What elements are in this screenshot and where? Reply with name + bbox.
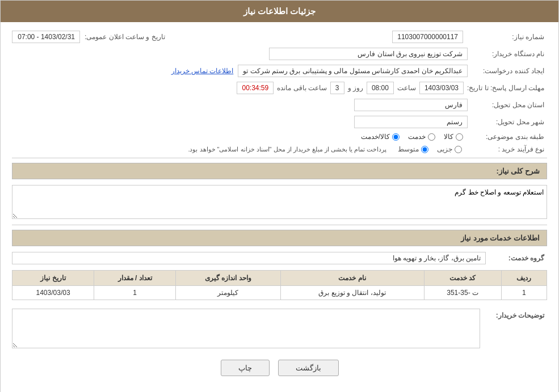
sharh-textarea[interactable]: استعلام توسعه و اصلاح خط گرم [12, 185, 547, 219]
mohlat-label: مهلت ارسال پاسخ: تا تاریخ: [467, 84, 547, 92]
noe-farayand-motevaset[interactable]: متوسط [398, 145, 428, 153]
tozih-textarea[interactable] [12, 309, 480, 348]
tabaqe-radio-khedmat[interactable] [428, 133, 435, 141]
tabaqe-option-kala-khedmat[interactable]: کالا/خدمت [361, 133, 400, 141]
nam-dastgah-row: نام دستگاه خریدار: شرکت توزیع نیروی برق … [12, 48, 547, 60]
tozih-label: توضیحات خریدار: [485, 311, 547, 319]
tarikh-label: تاریخ و ساعت اعلان عمومی: [85, 33, 168, 41]
services-section-header: اطلاعات خدمات مورد نیاز [12, 230, 547, 246]
shahr-value: رستم [354, 116, 468, 128]
group-khedmat-label: گروه خدمت: [490, 254, 547, 262]
page-title: جزئیات اطلاعات نیاز [243, 6, 316, 16]
tabaqe-option-kala[interactable]: کالا [444, 133, 463, 141]
tarikh-group: تاریخ و ساعت اعلان عمومی: 1403/02/31 - 0… [12, 31, 168, 43]
ostan-value: فارس [354, 99, 468, 111]
noe-farayand-radio-jozi[interactable] [455, 146, 462, 153]
tabaqe-option-khedmat[interactable]: خدمت [408, 133, 435, 141]
tabaqe-radio-kala-label: کالا [444, 133, 453, 141]
table-cell: ت -35-351 [424, 286, 501, 300]
mohlat-row: مهلت ارسال پاسخ: تا تاریخ: 1403/03/03 سا… [12, 82, 547, 94]
page-container: جزئیات اطلاعات نیاز شماره نیاز: 11030070… [0, 0, 559, 392]
table-row: 1ت -35-351تولید، انتقال و توزیع برقکیلوم… [12, 286, 547, 300]
mohlat-rooz: 3 [330, 82, 344, 94]
sharh-section-header: شرح کلی نیاز: [12, 163, 547, 179]
shomara-niaz-group: شماره نیاز: 1103007000000117 [392, 31, 547, 43]
tabaqe-radio-kala-khedmat-label: کالا/خدمت [361, 133, 390, 141]
col-radif: ردیف [501, 271, 547, 286]
col-kod: کد خدمت [424, 271, 501, 286]
noe-farayand-note: پرداخت تمام یا بخشی از مبلغ خریدار از مح… [188, 146, 386, 153]
mohlat-rooz-label: روز و [348, 84, 363, 92]
mohlat-date: 1403/03/03 [419, 82, 464, 94]
noe-farayand-jozi-label: جزیی [437, 145, 452, 153]
top-info-row: شماره نیاز: 1103007000000117 تاریخ و ساع… [12, 31, 547, 43]
noe-farayand-label: نوع فرآیند خرید : [468, 145, 547, 153]
sharh-row: استعلام توسعه و اصلاح خط گرم [12, 185, 547, 219]
tarikh-value: 1403/02/31 - 07:00 [12, 31, 80, 43]
ostan-label: استان محل تحویل: [468, 101, 547, 109]
tabaqe-radio-kala-khedmat[interactable] [392, 133, 400, 141]
noe-farayand-radio-motevaset[interactable] [421, 146, 428, 153]
tabaqe-label: طبقه بندی موضوعی: [468, 133, 547, 141]
ijad-value: عبدالکریم خان احمدی کارشناس مسئول مالی و… [238, 65, 468, 77]
content: شماره نیاز: 1103007000000117 تاریخ و ساع… [1, 22, 558, 392]
nam-dastgah-label: نام دستگاه خریدار: [468, 50, 547, 58]
group-khedmat-row: گروه خدمت: تامین برق، گاز، بخار و تهویه … [12, 252, 547, 264]
col-vahed: واحد اندازه گیری [176, 271, 280, 286]
group-khedmat-value: تامین برق، گاز، بخار و تهویه هوا [12, 252, 486, 264]
back-button[interactable]: بازگشت [278, 360, 339, 376]
noe-farayand-row: نوع فرآیند خرید : جزیی متوسط پرداخت تمام… [12, 145, 547, 153]
col-nam: نام خدمت [280, 271, 424, 286]
divider-2 [12, 225, 547, 225]
ostan-row: استان محل تحویل: فارس [12, 99, 547, 111]
col-tarikh: تاریخ نیاز [12, 271, 94, 286]
page-header: جزئیات اطلاعات نیاز [1, 1, 558, 22]
shahr-label: شهر محل تحویل: [468, 118, 547, 126]
print-button[interactable]: چاپ [221, 360, 270, 376]
tabaqe-row: طبقه بندی موضوعی: کالا خدمت کالا/خدمت [12, 133, 547, 141]
col-tedad: تعداد / مقدار [94, 271, 176, 286]
table-cell: 1 [501, 286, 547, 300]
noe-farayand-radio-group: جزیی متوسط [398, 145, 462, 153]
button-row: بازگشت چاپ [12, 360, 547, 376]
ijad-row: ایجاد کننده درخواست: عبدالکریم خان احمدی… [12, 65, 547, 77]
nam-dastgah-value: شرکت توزیع نیروی برق استان فارس [269, 48, 468, 60]
divider-1 [12, 158, 547, 158]
mohlat-baqi-label: ساعت باقی مانده [277, 84, 327, 92]
shahr-row: شهر محل تحویل: رستم [12, 116, 547, 128]
table-cell: کیلومتر [176, 286, 280, 300]
services-table: ردیف کد خدمت نام خدمت واحد اندازه گیری ت… [12, 270, 547, 300]
mohlat-saat-label: ساعت [397, 84, 416, 92]
noe-farayand-motevaset-label: متوسط [398, 145, 419, 153]
tabaqe-radio-group: کالا خدمت کالا/خدمت [361, 133, 463, 141]
mohlat-saat: 08:00 [367, 82, 394, 94]
tozih-row: توضیحات خریدار: [12, 309, 547, 348]
table-cell: تولید، انتقال و توزیع برق [280, 286, 424, 300]
table-cell: 1 [94, 286, 176, 300]
table-header-row: ردیف کد خدمت نام خدمت واحد اندازه گیری ت… [12, 271, 547, 286]
ijad-label: ایجاد کننده درخواست: [468, 67, 547, 75]
tabaqe-radio-kala[interactable] [456, 133, 463, 141]
tabaqe-radio-khedmat-label: خدمت [408, 133, 426, 141]
noe-farayand-jozi[interactable]: جزیی [437, 145, 462, 153]
shomara-niaz-label: شماره نیاز: [468, 33, 547, 41]
mohlat-countdown: 00:34:59 [237, 82, 274, 94]
table-cell: 1403/03/03 [12, 286, 94, 300]
shomara-niaz-value: 1103007000000117 [392, 31, 463, 43]
ijad-link[interactable]: اطلاعات تماس خریدار [171, 67, 234, 75]
